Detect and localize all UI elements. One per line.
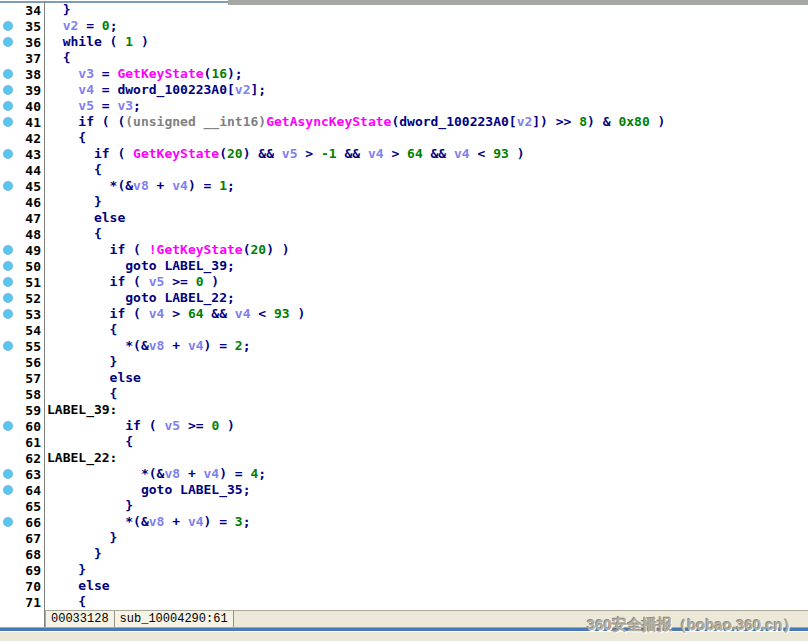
code-text[interactable]: v5 = v3; xyxy=(45,98,141,114)
code-text[interactable]: if ( ((unsigned __int16)GetAsyncKeyState… xyxy=(45,114,665,130)
code-text[interactable]: LABEL_39: xyxy=(45,402,117,418)
gutter[interactable]: 62 xyxy=(0,450,45,466)
code-text[interactable]: if ( GetKeyState(20) && v5 > -1 && v4 > … xyxy=(45,146,524,162)
gutter[interactable]: 43 xyxy=(0,146,45,162)
code-text[interactable]: { xyxy=(45,50,70,66)
code-text[interactable]: goto LABEL_22; xyxy=(45,290,235,306)
gutter[interactable]: 35 xyxy=(0,18,45,34)
gutter[interactable]: 41 xyxy=(0,114,45,130)
gutter[interactable]: 64 xyxy=(0,482,45,498)
breakpoint-icon[interactable] xyxy=(3,149,13,159)
breakpoint-icon[interactable] xyxy=(3,277,13,287)
code-text[interactable]: } xyxy=(45,498,133,514)
code-text[interactable]: } xyxy=(45,354,117,370)
code-text[interactable]: if ( v5 >= 0 ) xyxy=(45,418,235,434)
gutter[interactable]: 38 xyxy=(0,66,45,82)
code-text[interactable]: else xyxy=(45,210,125,226)
code-text[interactable]: else xyxy=(45,578,110,594)
code-text[interactable]: *(&v8 + v4) = 2; xyxy=(45,338,251,354)
code-text[interactable]: { xyxy=(45,594,86,610)
gutter[interactable]: 47 xyxy=(0,210,45,226)
breakpoint-icon[interactable] xyxy=(3,469,13,479)
breakpoint-icon[interactable] xyxy=(3,69,13,79)
code-text[interactable]: if ( !GetKeyState(20) ) xyxy=(45,242,290,258)
code-text[interactable]: goto LABEL_35; xyxy=(45,482,251,498)
breakpoint-icon[interactable] xyxy=(3,85,13,95)
gutter[interactable]: 39 xyxy=(0,82,45,98)
breakpoint-icon[interactable] xyxy=(3,101,13,111)
gutter[interactable]: 66 xyxy=(0,514,45,530)
code-text[interactable]: { xyxy=(45,386,117,402)
code-text[interactable]: } xyxy=(45,194,102,210)
code-text[interactable]: v2 = 0; xyxy=(45,18,117,34)
code-text[interactable]: while ( 1 ) xyxy=(45,34,149,50)
gutter[interactable]: 58 xyxy=(0,386,45,402)
breakpoint-icon[interactable] xyxy=(3,21,13,31)
gutter[interactable]: 69 xyxy=(0,562,45,578)
breakpoint-icon[interactable] xyxy=(3,421,13,431)
code-text[interactable]: { xyxy=(45,322,117,338)
gutter[interactable]: 36 xyxy=(0,34,45,50)
code-text[interactable]: if ( v5 >= 0 ) xyxy=(45,274,219,290)
code-text[interactable]: *(&v8 + v4) = 3; xyxy=(45,514,251,530)
gutter[interactable]: 50 xyxy=(0,258,45,274)
code-text[interactable]: { xyxy=(45,162,102,178)
code-text[interactable]: v4 = dword_100223A0[v2]; xyxy=(45,82,266,98)
code-text[interactable]: { xyxy=(45,130,86,146)
code-text[interactable]: } xyxy=(45,562,86,578)
gutter[interactable]: 63 xyxy=(0,466,45,482)
gutter[interactable]: 61 xyxy=(0,434,45,450)
gutter[interactable]: 60 xyxy=(0,418,45,434)
code-text[interactable]: *(&v8 + v4) = 4; xyxy=(45,466,266,482)
breakpoint-icon[interactable] xyxy=(3,309,13,319)
gutter[interactable]: 51 xyxy=(0,274,45,290)
gutter[interactable]: 48 xyxy=(0,226,45,242)
breakpoint-icon[interactable] xyxy=(3,245,13,255)
gutter[interactable]: 55 xyxy=(0,338,45,354)
code-text[interactable]: goto LABEL_39; xyxy=(45,258,235,274)
code-line: 47 else xyxy=(0,210,808,226)
breakpoint-icon[interactable] xyxy=(3,261,13,271)
gutter[interactable]: 70 xyxy=(0,578,45,594)
gutter[interactable]: 56 xyxy=(0,354,45,370)
code-text[interactable]: if ( v4 > 64 && v4 < 93 ) xyxy=(45,306,305,322)
breakpoint-icon[interactable] xyxy=(3,117,13,127)
gutter[interactable]: 67 xyxy=(0,530,45,546)
gutter[interactable]: 65 xyxy=(0,498,45,514)
code-text[interactable]: { xyxy=(45,434,133,450)
gutter[interactable]: 34 xyxy=(0,2,45,18)
gutter[interactable]: 71 xyxy=(0,594,45,610)
code-text[interactable]: } xyxy=(45,546,102,562)
code-text[interactable]: } xyxy=(45,2,70,18)
gutter[interactable]: 45 xyxy=(0,178,45,194)
gutter[interactable]: 54 xyxy=(0,322,45,338)
code-text[interactable]: v3 = GetKeyState(16); xyxy=(45,66,243,82)
gutter[interactable]: 44 xyxy=(0,162,45,178)
breakpoint-icon[interactable] xyxy=(3,485,13,495)
code-text[interactable]: } xyxy=(45,530,117,546)
breakpoint-icon[interactable] xyxy=(3,341,13,351)
line-number: 46 xyxy=(25,195,44,210)
breakpoint-icon[interactable] xyxy=(3,181,13,191)
gutter[interactable]: 52 xyxy=(0,290,45,306)
breakpoint-icon[interactable] xyxy=(3,293,13,303)
gutter[interactable]: 42 xyxy=(0,130,45,146)
gutter[interactable]: 57 xyxy=(0,370,45,386)
code-text[interactable]: { xyxy=(45,226,102,242)
code-text[interactable]: *(&v8 + v4) = 1; xyxy=(45,178,235,194)
line-number: 66 xyxy=(25,515,44,530)
gutter[interactable]: 49 xyxy=(0,242,45,258)
code-line: 71 { xyxy=(0,594,808,610)
breakpoint-icon[interactable] xyxy=(3,517,13,527)
gutter[interactable]: 53 xyxy=(0,306,45,322)
gutter[interactable]: 59 xyxy=(0,402,45,418)
line-number: 43 xyxy=(25,147,44,162)
gutter[interactable]: 46 xyxy=(0,194,45,210)
gutter[interactable]: 37 xyxy=(0,50,45,66)
code-text[interactable]: LABEL_22: xyxy=(45,450,117,466)
breakpoint-icon[interactable] xyxy=(3,37,13,47)
code-line: 44 { xyxy=(0,162,808,178)
gutter[interactable]: 40 xyxy=(0,98,45,114)
gutter[interactable]: 68 xyxy=(0,546,45,562)
code-text[interactable]: else xyxy=(45,370,141,386)
